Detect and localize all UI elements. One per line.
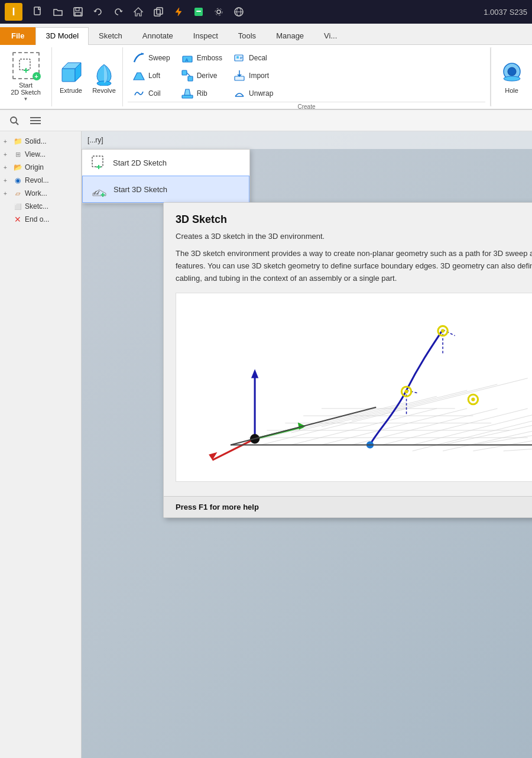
dropdown-item-2d-sketch[interactable]: Start 2D Sketch xyxy=(82,150,249,176)
svg-line-57 xyxy=(261,403,406,439)
tree-item-sketch[interactable]: · ⬜ Sketc... xyxy=(0,200,81,213)
tooltip-footer: Press F1 for more help xyxy=(164,496,532,517)
derive-label: Derive xyxy=(197,72,218,80)
extrude-button[interactable]: Extrude xyxy=(56,57,86,96)
copy-icon[interactable] xyxy=(150,4,167,20)
rib-button[interactable]: Rib xyxy=(176,85,227,102)
tree-label-origin: Origin xyxy=(25,163,44,171)
sweep-label: Sweep xyxy=(148,54,170,62)
svg-rect-33 xyxy=(235,76,244,80)
emboss-label: Emboss xyxy=(197,54,222,62)
tree-item-view[interactable]: + ⊞ View... xyxy=(0,148,81,161)
tab-sketch[interactable]: Sketch xyxy=(89,27,132,45)
svg-rect-30 xyxy=(236,56,239,59)
svg-line-81 xyxy=(212,439,255,461)
svg-line-78 xyxy=(443,423,532,445)
rib-label: Rib xyxy=(197,89,207,98)
tree-expand-end: · xyxy=(4,216,11,223)
svg-point-10 xyxy=(215,8,222,15)
inventor-logo[interactable]: I xyxy=(5,3,22,21)
coil-button[interactable]: Coil xyxy=(128,85,175,102)
tree-expand-origin[interactable]: + xyxy=(4,164,11,171)
svg-line-76 xyxy=(382,409,528,445)
2d-sketch-label: Start 2D Sketch xyxy=(113,158,167,167)
create-group-label: Create xyxy=(128,102,485,111)
search-bar xyxy=(0,110,532,131)
svg-rect-4 xyxy=(154,9,160,16)
save-icon[interactable] xyxy=(70,4,86,20)
tree-expand-solid[interactable]: + xyxy=(4,138,11,145)
tab-inspect[interactable]: Inspect xyxy=(183,27,228,45)
emboss-button[interactable]: A Emboss xyxy=(176,50,227,66)
origin-icon: 📂 xyxy=(13,163,22,172)
import-button[interactable]: Import xyxy=(228,67,278,84)
sketch-tree-icon: ⬜ xyxy=(13,202,22,211)
tree-item-revolve[interactable]: + ◉ Revol... xyxy=(0,174,81,187)
svg-line-58 xyxy=(291,397,437,433)
svg-rect-0 xyxy=(34,7,40,15)
svg-rect-8 xyxy=(196,11,201,12)
unwrap-icon xyxy=(233,87,246,100)
globe-icon[interactable] xyxy=(231,4,247,20)
tree-item-origin[interactable]: + 📂 Origin xyxy=(0,161,81,174)
settings-icon[interactable] xyxy=(210,4,227,20)
ribbon-group-sketch: + Start2D Sketch ▼ xyxy=(0,47,52,106)
tab-annotate[interactable]: Annotate xyxy=(132,27,183,45)
tree-expand-view[interactable]: + xyxy=(4,151,11,158)
revolve-button[interactable]: Revolve xyxy=(89,57,119,96)
svg-marker-28 xyxy=(184,89,190,95)
tab-manage[interactable]: Manage xyxy=(266,27,314,45)
hole-button[interactable]: Hole xyxy=(491,47,532,106)
lightning-icon[interactable] xyxy=(170,4,187,20)
main-area: + 📁 Solid... + ⊞ View... + 📂 Origin + ◉ … xyxy=(0,131,532,758)
svg-line-73 xyxy=(291,409,437,445)
model-tree: + 📁 Solid... + ⊞ View... + 📂 Origin + ◉ … xyxy=(0,131,82,758)
tab-tools[interactable]: Tools xyxy=(228,27,266,45)
svg-line-63 xyxy=(443,426,532,451)
tree-label-end: End o... xyxy=(25,215,49,223)
unwrap-label: Unwrap xyxy=(249,89,273,98)
svg-line-41 xyxy=(16,122,18,125)
tree-expand-work[interactable]: + xyxy=(4,190,11,197)
version-label: 1.0037 S235 xyxy=(484,8,527,17)
dropdown-item-3d-sketch[interactable]: Start 3D Sketch xyxy=(82,176,249,203)
tooltip-content: 3D Sketch Creates a 3D sketch in the 3D … xyxy=(164,203,532,496)
open-file-icon[interactable] xyxy=(50,4,66,20)
2d-sketch-icon xyxy=(90,154,107,171)
emboss-icon: A xyxy=(181,51,194,64)
ribbon-tabs: File 3D Model Sketch Annotate Inspect To… xyxy=(0,24,532,45)
3d-sketch-icon xyxy=(91,181,108,197)
import-icon xyxy=(233,69,246,82)
svg-marker-6 xyxy=(176,8,181,16)
ribbon: + Start2D Sketch ▼ Extrude xyxy=(0,45,532,110)
decal-button[interactable]: Decal xyxy=(228,50,278,66)
svg-rect-14 xyxy=(20,59,30,70)
redo-icon[interactable] xyxy=(110,4,126,20)
tab-view[interactable]: Vi... xyxy=(314,27,347,45)
svg-point-95 xyxy=(404,390,408,393)
home-icon[interactable] xyxy=(130,4,147,20)
undo-icon[interactable] xyxy=(90,4,106,20)
tree-expand-revolve[interactable]: + xyxy=(4,177,11,184)
loft-button[interactable]: Loft xyxy=(128,67,175,84)
extrude-label: Extrude xyxy=(60,87,82,94)
revolve-label: Revolve xyxy=(92,87,116,94)
search-button[interactable] xyxy=(6,112,22,129)
green-box-icon[interactable] xyxy=(190,4,207,20)
derive-button[interactable]: Derive xyxy=(176,67,227,84)
tab-3dmodel[interactable]: 3D Model xyxy=(35,27,89,45)
unwrap-button[interactable]: Unwrap xyxy=(228,85,278,102)
svg-rect-24 xyxy=(182,70,187,75)
new-file-icon[interactable] xyxy=(30,4,46,20)
tooltip-title: 3D Sketch xyxy=(176,213,532,226)
tree-item-end[interactable]: · ✕ End o... xyxy=(0,213,81,226)
sweep-button[interactable]: Sweep xyxy=(128,50,175,66)
import-label: Import xyxy=(249,72,269,80)
menu-button[interactable] xyxy=(27,112,44,129)
sketch-dropdown-menu: Start 2D Sketch xyxy=(82,149,250,203)
tree-item-solid[interactable]: + 📁 Solid... xyxy=(0,135,81,148)
tooltip-popup: 3D Sketch Creates a 3D sketch in the 3D … xyxy=(163,202,532,518)
tab-file[interactable]: File xyxy=(0,27,35,45)
start-2d-sketch-button[interactable]: + Start2D Sketch ▼ xyxy=(5,50,47,104)
tree-item-work[interactable]: + ▱ Work... xyxy=(0,187,81,200)
